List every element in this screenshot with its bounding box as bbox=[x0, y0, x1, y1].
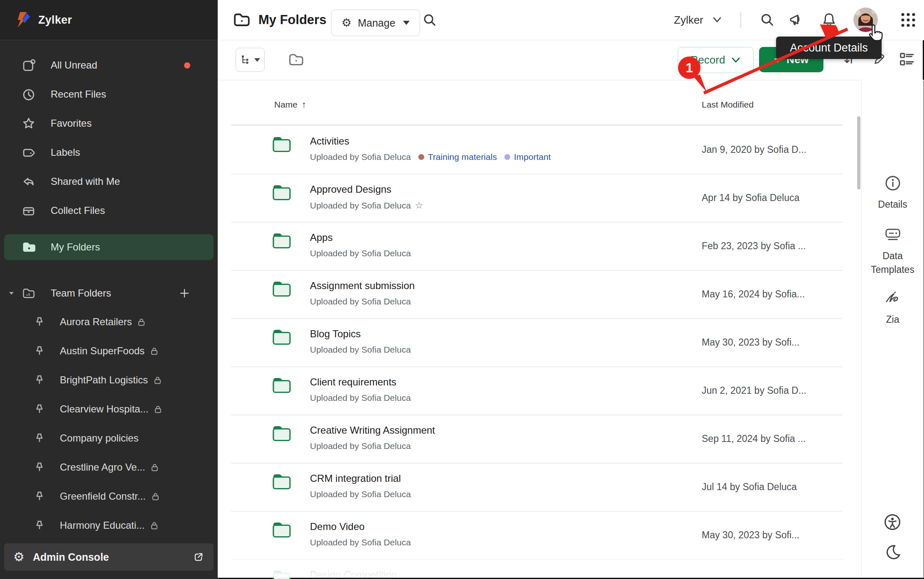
uploaded-by-text: Uploaded by Sofia Deluca bbox=[310, 345, 411, 355]
team-folder-label: Crestline Agro Ve... bbox=[60, 461, 145, 473]
folder-subtitle: Uploaded by Sofia Deluca bbox=[310, 345, 411, 355]
lock-icon bbox=[150, 463, 160, 472]
sidebar-item-labels[interactable]: Labels bbox=[0, 138, 218, 167]
chevron-down-icon[interactable] bbox=[8, 290, 15, 297]
label-text: Training materials bbox=[428, 152, 497, 162]
folder-filled-icon bbox=[22, 240, 37, 255]
announcements-icon[interactable] bbox=[788, 12, 804, 28]
divider bbox=[218, 80, 924, 81]
divider bbox=[740, 12, 741, 28]
panel-item-details[interactable]: Details bbox=[862, 174, 924, 211]
admin-console-label: Admin Console bbox=[33, 551, 109, 563]
sidebar-team-folder[interactable]: Clearview Hospita... bbox=[0, 395, 218, 424]
page-title: My Folders bbox=[258, 0, 327, 40]
lock-icon bbox=[150, 346, 159, 356]
sidebar-item-collect-files[interactable]: Collect Files bbox=[0, 196, 218, 225]
last-modified-value: Apr 14 by Sofia Deluca bbox=[702, 174, 799, 222]
table-row[interactable]: Approved DesignsUploaded by Sofia Deluca… bbox=[231, 174, 843, 222]
folder-icon bbox=[272, 280, 292, 297]
table-row[interactable]: ActivitiesUploaded by Sofia DelucaTraini… bbox=[231, 125, 843, 174]
column-header-last-modified[interactable]: Last Modified bbox=[702, 92, 754, 117]
last-modified-value: Jun 2, 2021 by Sofia D... bbox=[702, 366, 806, 415]
sidebar-item-my-folders[interactable]: My Folders bbox=[4, 234, 214, 260]
folder-subtitle: Uploaded by Sofia Deluca bbox=[310, 248, 411, 258]
info-icon bbox=[884, 174, 902, 192]
dark-mode-moon-icon[interactable] bbox=[883, 543, 902, 561]
team-folder-label: Clearview Hospita... bbox=[60, 403, 148, 415]
folder-subtitle: Uploaded by Sofia Deluca bbox=[310, 537, 411, 547]
sidebar-team-folder[interactable]: Aurora Retailers bbox=[0, 307, 218, 336]
sidebar-item-team-folders[interactable]: Team Folders bbox=[0, 281, 218, 306]
table-row[interactable]: Design Competition bbox=[231, 559, 843, 579]
column-header-name[interactable]: Name↑ bbox=[274, 92, 306, 117]
search-icon[interactable] bbox=[422, 12, 437, 27]
label-chip[interactable]: Training materials bbox=[418, 152, 497, 162]
sidebar-team-folder[interactable]: Austin SuperFoods bbox=[0, 336, 218, 366]
uploaded-by-text: Uploaded by Sofia Deluca bbox=[310, 441, 411, 451]
folder-subtitle: Uploaded by Sofia Deluca☆ bbox=[310, 200, 423, 211]
table-row[interactable]: Creative Writing AssignmentUploaded by S… bbox=[231, 415, 843, 463]
table-row[interactable]: Assignment submissionUploaded by Sofia D… bbox=[231, 270, 843, 318]
sidebar-team-folder[interactable]: Harmony Educati... bbox=[0, 511, 218, 540]
workspace-dropdown[interactable]: Zylker bbox=[674, 0, 703, 40]
sidebar-item-recent-files[interactable]: Recent Files bbox=[0, 80, 218, 109]
uploaded-by-text: Uploaded by Sofia Deluca bbox=[310, 393, 411, 403]
label-chip[interactable]: Important bbox=[504, 152, 551, 162]
external-link-icon bbox=[193, 551, 204, 563]
table-row[interactable]: Client requirementsUploaded by Sofia Del… bbox=[231, 366, 843, 415]
folder-name: Activities bbox=[310, 135, 349, 147]
folder-icon bbox=[272, 569, 292, 579]
topbar: My Folders ⚙ Manage Zylker bbox=[218, 0, 924, 40]
accessibility-icon[interactable] bbox=[883, 513, 902, 531]
team-folder-icon bbox=[22, 286, 36, 300]
collect-icon bbox=[22, 204, 36, 218]
new-folder-icon[interactable] bbox=[288, 52, 305, 68]
sidebar-item-label: Team Folders bbox=[51, 287, 111, 299]
chevron-down-icon[interactable] bbox=[712, 16, 722, 24]
lock-icon bbox=[153, 375, 162, 385]
sidebar-item-favorites[interactable]: Favorites bbox=[0, 109, 218, 138]
panel-item-zia[interactable]: Zia bbox=[862, 290, 924, 326]
pin-icon bbox=[33, 345, 46, 357]
sidebar-team-folder[interactable]: Crestline Agro Ve... bbox=[0, 453, 218, 482]
team-folder-label: Austin SuperFoods bbox=[60, 345, 145, 357]
add-team-folder-button[interactable] bbox=[179, 287, 190, 299]
panel-item-label: Details bbox=[864, 198, 922, 211]
table-row[interactable]: AppsUploaded by Sofia DelucaFeb 23, 2023… bbox=[231, 222, 843, 270]
sidebar-team-folder[interactable]: Company policies bbox=[0, 424, 218, 453]
table-row[interactable]: CRM integration trialUploaded by Sofia D… bbox=[231, 463, 843, 511]
sidebar: Zylker All UnreadRecent FilesFavoritesLa… bbox=[0, 0, 218, 579]
sidebar-item-shared-with-me[interactable]: Shared with Me bbox=[0, 167, 218, 196]
last-modified-value: Feb 23, 2023 by Sofia ... bbox=[702, 222, 806, 270]
team-folder-label: Greenfield Constr... bbox=[60, 491, 146, 502]
brand-name: Zylker bbox=[38, 14, 72, 27]
tree-view-dropdown[interactable] bbox=[236, 48, 265, 72]
record-label: Record bbox=[691, 54, 725, 66]
record-dropdown-button[interactable]: Record bbox=[678, 47, 754, 73]
view-toggle-icon[interactable] bbox=[899, 52, 916, 67]
manage-label: Manage bbox=[358, 17, 395, 29]
panel-item-data-templates[interactable]: Data Templates bbox=[862, 226, 924, 277]
manage-button[interactable]: ⚙ Manage bbox=[331, 10, 420, 36]
panel-item-label: Data Templates bbox=[864, 249, 922, 277]
apps-grid-icon[interactable] bbox=[900, 12, 917, 28]
notifications-bell-icon[interactable] bbox=[821, 11, 837, 27]
team-folder-label: Company policies bbox=[60, 432, 138, 444]
folder-name: CRM integration trial bbox=[310, 473, 401, 484]
right-panel: Details Data Templates Zia bbox=[861, 80, 924, 578]
admin-console-button[interactable]: ⚙ Admin Console bbox=[4, 543, 214, 571]
sidebar-item-label: Labels bbox=[51, 147, 80, 158]
avatar[interactable] bbox=[853, 7, 878, 32]
table-row[interactable]: Blog TopicsUploaded by Sofia DelucaMay 3… bbox=[231, 318, 843, 366]
table-row[interactable]: Demo VideoUploaded by Sofia DelucaMay 30… bbox=[231, 511, 843, 559]
sidebar-team-folder[interactable]: BrightPath Logistics bbox=[0, 366, 218, 395]
sidebar-item-all-unread[interactable]: All Unread bbox=[0, 51, 218, 80]
sidebar-team-folder[interactable]: Greenfield Constr... bbox=[0, 482, 218, 511]
search-icon[interactable] bbox=[759, 12, 775, 27]
scrollbar-thumb[interactable] bbox=[857, 116, 860, 189]
tree-structure-icon bbox=[241, 54, 251, 65]
folder-outline-icon bbox=[233, 11, 251, 29]
uploaded-by-text: Uploaded by Sofia Deluca bbox=[310, 489, 411, 499]
folder-icon bbox=[272, 328, 292, 346]
last-modified-value: May 30, 2023 by Sofi... bbox=[702, 318, 799, 366]
